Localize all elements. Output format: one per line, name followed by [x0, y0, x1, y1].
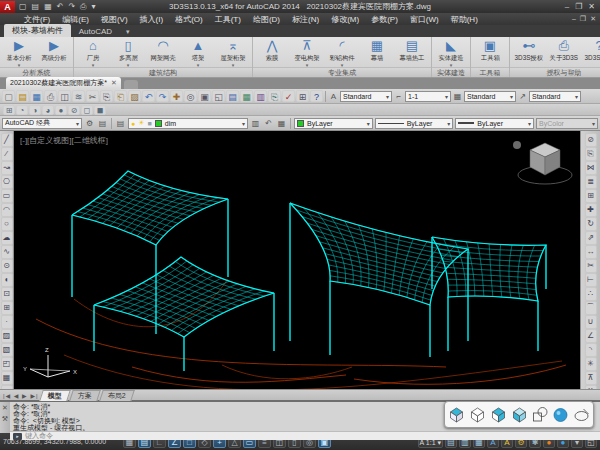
- explode-icon[interactable]: ✳: [585, 357, 597, 371]
- extend-icon[interactable]: ⊢: [585, 273, 597, 287]
- break-point-icon[interactable]: ∴: [585, 287, 597, 301]
- designcenter-icon[interactable]: ▦: [240, 90, 253, 102]
- ribbon-button-屋架桁架[interactable]: ⌅屋架桁架▾: [216, 38, 250, 67]
- publish-icon[interactable]: ≋: [72, 90, 85, 102]
- menu-V[interactable]: 视图(V): [95, 14, 134, 25]
- camera-icon[interactable]: ◕: [42, 105, 54, 115]
- spline-icon[interactable]: ∿: [1, 245, 13, 259]
- scale-icon[interactable]: ⇗: [585, 231, 597, 245]
- mirror-icon[interactable]: ⋈: [585, 161, 597, 175]
- ribbon-button-索膜[interactable]: ⋀索膜: [255, 38, 289, 63]
- motion-path-icon[interactable]: ⊘: [68, 105, 80, 115]
- bulb-icon[interactable]: ●: [131, 120, 135, 127]
- color-combo[interactable]: ByLayer▾: [294, 118, 373, 129]
- minimize-icon[interactable]: –: [565, 2, 569, 11]
- close-commandline-icon[interactable]: ✕: [2, 404, 8, 412]
- open-icon[interactable]: ▤: [16, 90, 29, 102]
- ribbon-button-塔架[interactable]: ▲塔架▾: [181, 38, 215, 67]
- ribbon-tab-AutoCAD[interactable]: AutoCAD: [71, 26, 120, 37]
- doc-restore-icon[interactable]: ❐: [580, 15, 586, 23]
- layout-tab-方案[interactable]: 方案: [69, 390, 101, 401]
- copy-icon[interactable]: ⎘: [100, 90, 113, 102]
- pan-icon[interactable]: ✚: [170, 90, 183, 102]
- array-icon[interactable]: ⊞: [585, 189, 597, 203]
- menu-N[interactable]: 标注(N): [286, 14, 325, 25]
- menu-E[interactable]: 编辑(E): [56, 14, 95, 25]
- named-views-icon[interactable]: ◔: [16, 105, 28, 115]
- join-icon[interactable]: ∪: [585, 315, 597, 329]
- new-icon[interactable]: ▢: [2, 90, 15, 102]
- menu-F[interactable]: 文件(F): [18, 14, 56, 25]
- vs-sketchy-icon[interactable]: [572, 405, 591, 425]
- lock-icon[interactable]: ■: [148, 120, 152, 127]
- ribbon-button-幕墙[interactable]: ▦幕墙: [360, 38, 394, 63]
- ellipse-icon[interactable]: ⊙: [1, 259, 13, 273]
- menu-W[interactable]: 窗口(W): [404, 14, 445, 25]
- zoom-realtime-icon[interactable]: ◎: [184, 90, 197, 102]
- rotate-icon[interactable]: ↻: [585, 217, 597, 231]
- menu-P[interactable]: 参数(P): [365, 14, 404, 25]
- line-icon[interactable]: ╱: [1, 133, 13, 147]
- ribbon-button-3D3S授权[interactable]: ⊷3D3S授权: [512, 38, 546, 63]
- text-style-combo[interactable]: Standard▾: [340, 91, 392, 102]
- ribbon-button-关于3D3S[interactable]: ⎙关于3D3S: [547, 38, 581, 63]
- file-tab[interactable]: 20210302蔡建宾医院雨棚方案*✕: [6, 77, 121, 89]
- workspace-settings-icon[interactable]: ⚙: [84, 119, 95, 128]
- menu-T[interactable]: 工具(T): [209, 14, 247, 25]
- rectangle-icon[interactable]: ▭: [1, 189, 13, 203]
- vs-shaded-icon[interactable]: [510, 405, 529, 425]
- revcloud-icon[interactable]: ☁: [1, 231, 13, 245]
- fillet-icon[interactable]: ◝: [585, 343, 597, 357]
- make-block-icon[interactable]: ⊞: [1, 301, 13, 315]
- polyline-icon[interactable]: ↝: [1, 161, 13, 175]
- command-input[interactable]: ▸ 键入命令: [10, 431, 600, 440]
- qat-plot-icon[interactable]: ⎙: [78, 2, 88, 12]
- qat-redo-icon[interactable]: ↷: [66, 2, 77, 11]
- chamfer-icon[interactable]: ∠: [585, 329, 597, 343]
- ribbon-button-网架网壳[interactable]: ◠网架网壳: [146, 38, 180, 63]
- ribbon-button-基本分析[interactable]: ▶基本分析▾: [2, 38, 36, 67]
- ellipse-arc-icon[interactable]: ◖: [1, 273, 13, 287]
- save-icon[interactable]: ▦: [30, 90, 43, 102]
- bring-to-front-icon[interactable]: ⊼: [585, 371, 597, 385]
- menu-M[interactable]: 修改(M): [325, 14, 365, 25]
- toolpalettes-icon[interactable]: ▥: [254, 90, 267, 102]
- viewcube-home-icon[interactable]: [513, 141, 521, 149]
- ribbon-button-幕墙热工[interactable]: ▤幕墙热工: [395, 38, 429, 63]
- viewports-icon[interactable]: ⊞: [3, 105, 15, 115]
- qat-undo-icon[interactable]: ↶: [55, 2, 66, 11]
- vs-realistic-icon[interactable]: [551, 405, 570, 425]
- cut-icon[interactable]: ✂: [86, 90, 99, 102]
- make-object-layer-icon[interactable]: ▥: [250, 119, 261, 128]
- qat-save-icon[interactable]: ▦: [42, 2, 54, 11]
- paste-icon[interactable]: ⎗: [114, 90, 127, 102]
- ribbon-button-高级分析[interactable]: ▶高级分析: [37, 38, 71, 63]
- plot-icon[interactable]: ⎙: [44, 90, 57, 102]
- move-icon[interactable]: ✚: [585, 203, 597, 217]
- lineweight-combo[interactable]: ByLayer▾: [455, 118, 534, 129]
- close-icon[interactable]: ✕: [588, 2, 595, 11]
- vs-2d-wireframe-icon[interactable]: [447, 405, 466, 425]
- help-icon[interactable]: ?: [310, 90, 323, 102]
- qat-customize-caret-icon[interactable]: ▾: [90, 2, 98, 11]
- workspace-combo[interactable]: AutoCAD 经典▾: [2, 118, 82, 129]
- sun-icon[interactable]: ☀: [138, 119, 144, 127]
- visual-style-box-icon[interactable]: ◻: [81, 105, 93, 115]
- region-icon[interactable]: ◰: [1, 357, 13, 371]
- doc-close-icon[interactable]: ✕: [590, 15, 596, 23]
- break-icon[interactable]: ⌒: [585, 301, 597, 315]
- ribbon-button-变电构架[interactable]: ⊼变电构架▾: [290, 38, 324, 67]
- qat-new-icon[interactable]: ▢: [17, 2, 29, 11]
- undo-icon[interactable]: ↶: [142, 90, 155, 102]
- layer-color-chip[interactable]: [155, 120, 162, 127]
- ribbon-tab-模块-幕墙构件[interactable]: 模块-幕墙构件: [4, 24, 71, 37]
- table-icon[interactable]: ▦: [1, 371, 13, 385]
- copy-object-icon[interactable]: ⎘: [585, 147, 597, 161]
- menu-O[interactable]: 格式(O): [169, 14, 209, 25]
- model-wireframe[interactable]: XYZ: [14, 131, 580, 389]
- mleaderstyle-combo[interactable]: Standard▾: [529, 91, 581, 102]
- vs-shaded-edges-icon[interactable]: [530, 405, 549, 425]
- zoom-previous-icon[interactable]: ◱: [212, 90, 225, 102]
- layout-tab-布局2[interactable]: 布局2: [99, 390, 134, 401]
- point-icon[interactable]: ·: [1, 315, 13, 329]
